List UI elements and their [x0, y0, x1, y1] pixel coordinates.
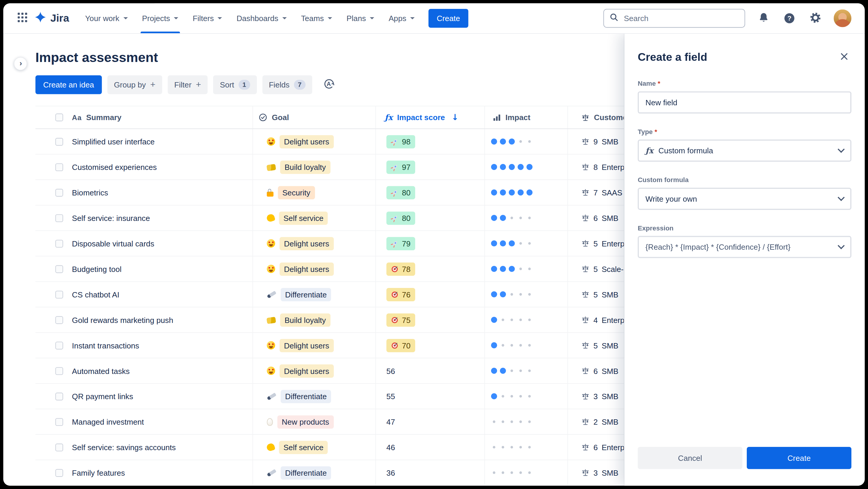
table-row[interactable]: Disposable virtual cardsDelight users795…: [36, 231, 650, 257]
impact-score-cell[interactable]: 75: [375, 307, 485, 332]
impact-score-cell[interactable]: 56: [375, 358, 485, 383]
nav-item-projects[interactable]: Projects: [135, 3, 186, 33]
goal-cell[interactable]: Differentiate: [252, 384, 375, 409]
header-cell-goal[interactable]: Goal: [252, 107, 375, 129]
goal-cell[interactable]: Self service: [252, 205, 375, 230]
impact-cell[interactable]: [485, 129, 567, 154]
goal-cell[interactable]: Delight users: [252, 358, 375, 383]
table-row[interactable]: QR payment linksDifferentiate553SMB: [36, 384, 650, 409]
row-checkbox[interactable]: [55, 163, 63, 171]
nav-item-plans[interactable]: Plans: [339, 3, 381, 33]
summary-cell[interactable]: Customised experiences: [69, 154, 252, 179]
impact-score-cell[interactable]: 80: [375, 205, 485, 230]
select-all-checkbox[interactable]: [55, 114, 63, 121]
type-select[interactable]: ƒx Custom formula: [638, 140, 851, 162]
impact-score-cell[interactable]: 36: [375, 460, 485, 485]
summary-cell[interactable]: Family features: [69, 460, 252, 485]
goal-cell[interactable]: New products: [252, 409, 375, 434]
global-create-button[interactable]: Create: [429, 9, 468, 28]
table-row[interactable]: Budgeting toolDelight users785Scale-ups: [36, 257, 650, 282]
jira-logo[interactable]: Jira: [34, 11, 69, 26]
impact-cell[interactable]: [485, 435, 567, 460]
impact-score-cell[interactable]: 79: [375, 231, 485, 256]
impact-cell[interactable]: [485, 180, 567, 205]
row-checkbox[interactable]: [55, 189, 63, 196]
impact-cell[interactable]: [485, 307, 567, 332]
header-cell-impact-score[interactable]: ƒx Impact score ↓: [375, 107, 485, 129]
create-idea-button[interactable]: Create an idea: [36, 75, 102, 94]
impact-cell[interactable]: [485, 460, 567, 485]
impact-cell[interactable]: [485, 154, 567, 179]
table-row[interactable]: Self service: savings accountsSelf servi…: [36, 435, 650, 460]
impact-cell[interactable]: [485, 282, 567, 307]
close-panel-button[interactable]: [837, 49, 851, 65]
impact-score-cell[interactable]: 46: [375, 435, 485, 460]
table-row[interactable]: CS chatbot AIDifferentiate765SMB: [36, 282, 650, 308]
rank-sort-button[interactable]: A: [320, 75, 339, 94]
impact-score-cell[interactable]: 97: [375, 154, 485, 179]
row-checkbox[interactable]: [55, 138, 63, 145]
nav-item-teams[interactable]: Teams: [294, 3, 339, 33]
custom-formula-select[interactable]: Write your own: [638, 188, 851, 210]
goal-cell[interactable]: Build loyalty: [252, 154, 375, 179]
table-row[interactable]: Automated tasksDelight users566SMB: [36, 358, 650, 384]
summary-cell[interactable]: Self service: insurance: [69, 205, 252, 230]
app-switcher-button[interactable]: [14, 10, 30, 26]
goal-cell[interactable]: Security: [252, 180, 375, 205]
table-row[interactable]: Managed investmentNew products472SMB: [36, 409, 650, 435]
impact-score-cell[interactable]: 78: [375, 257, 485, 281]
nav-item-filters[interactable]: Filters: [186, 3, 229, 33]
row-checkbox[interactable]: [55, 265, 63, 273]
row-checkbox[interactable]: [55, 239, 63, 247]
goal-cell[interactable]: Build loyalty: [252, 307, 375, 332]
summary-cell[interactable]: Managed investment: [69, 409, 252, 434]
impact-cell[interactable]: [485, 333, 567, 357]
table-row[interactable]: Customised experiencesBuild loyalty978En…: [36, 154, 650, 180]
group-by-button[interactable]: Group by+: [107, 75, 162, 94]
global-search[interactable]: [603, 9, 745, 28]
impact-cell[interactable]: [485, 358, 567, 383]
header-cell-summary[interactable]: Aa Summary: [69, 107, 252, 129]
summary-cell[interactable]: Simplified user interface: [69, 129, 252, 154]
goal-cell[interactable]: Delight users: [252, 257, 375, 281]
impact-score-cell[interactable]: 47: [375, 409, 485, 434]
filter-button[interactable]: Filter+: [168, 75, 208, 94]
impact-cell[interactable]: [485, 409, 567, 434]
row-checkbox[interactable]: [55, 316, 63, 323]
summary-cell[interactable]: Automated tasks: [69, 358, 252, 383]
row-checkbox[interactable]: [55, 418, 63, 426]
notifications-button[interactable]: [756, 10, 771, 26]
row-checkbox[interactable]: [55, 214, 63, 222]
row-checkbox[interactable]: [55, 291, 63, 298]
summary-cell[interactable]: Biometrics: [69, 180, 252, 205]
fields-button[interactable]: Fields7: [262, 75, 312, 94]
table-row[interactable]: Family featuresDifferentiate363SMB: [36, 460, 650, 486]
nav-item-apps[interactable]: Apps: [381, 3, 422, 33]
summary-cell[interactable]: Disposable virtual cards: [69, 231, 252, 256]
header-cell-impact[interactable]: Impact: [485, 107, 567, 129]
table-row[interactable]: Self service: insuranceSelf service806SM…: [36, 205, 650, 231]
impact-score-cell[interactable]: 55: [375, 384, 485, 409]
settings-button[interactable]: [808, 10, 823, 26]
goal-cell[interactable]: Delight users: [252, 129, 375, 154]
table-row[interactable]: Instant transactionsDelight users705SMB: [36, 333, 650, 358]
create-field-button[interactable]: Create: [747, 447, 851, 469]
summary-cell[interactable]: Self service: savings accounts: [69, 435, 252, 460]
impact-cell[interactable]: [485, 231, 567, 256]
sort-button[interactable]: Sort1: [213, 75, 257, 94]
impact-score-cell[interactable]: 76: [375, 282, 485, 307]
goal-cell[interactable]: Delight users: [252, 231, 375, 256]
expand-sidebar-button[interactable]: ›: [14, 57, 27, 70]
summary-cell[interactable]: Instant transactions: [69, 333, 252, 357]
table-row[interactable]: Gold rewards marketing pushBuild loyalty…: [36, 307, 650, 333]
summary-cell[interactable]: CS chatbot AI: [69, 282, 252, 307]
row-checkbox[interactable]: [55, 443, 63, 451]
impact-score-cell[interactable]: 70: [375, 333, 485, 357]
table-row[interactable]: BiometricsSecurity807SAAS: [36, 180, 650, 205]
impact-cell[interactable]: [485, 384, 567, 409]
search-input[interactable]: [623, 13, 739, 23]
table-row[interactable]: Simplified user interfaceDelight users98…: [36, 129, 650, 154]
impact-cell[interactable]: [485, 257, 567, 281]
impact-score-cell[interactable]: 98: [375, 129, 485, 154]
row-checkbox[interactable]: [55, 469, 63, 477]
